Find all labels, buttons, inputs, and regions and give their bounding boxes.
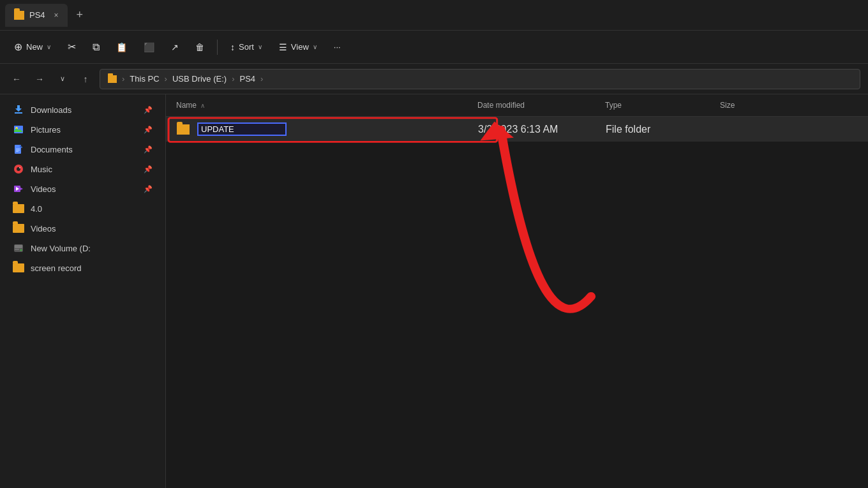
- toolbar-separator: [217, 40, 218, 55]
- delete-button[interactable]: 🗑: [189, 38, 211, 56]
- view-label: View: [291, 42, 309, 52]
- breadcrumb-usbdrive[interactable]: USB Drive (E:): [172, 74, 227, 84]
- folder-icon: [177, 124, 190, 135]
- svg-point-15: [20, 249, 22, 251]
- paste-icon: 📋: [116, 42, 127, 52]
- downloads-icon: [13, 104, 24, 115]
- folder-screenrecord-icon: [13, 262, 24, 274]
- sidebar-item-documents[interactable]: Documents 📌: [4, 140, 161, 159]
- copy-button[interactable]: ⧉: [86, 38, 106, 57]
- new-tab-button[interactable]: +: [70, 8, 90, 22]
- sidebar-item-downloads[interactable]: Downloads 📌: [4, 100, 161, 119]
- address-bar[interactable]: › This PC › USB Drive (E:) › PS4 ›: [100, 69, 860, 89]
- back-button[interactable]: ←: [8, 70, 26, 88]
- rename-input[interactable]: [197, 122, 287, 136]
- col-name-label: Name: [176, 101, 197, 110]
- rename-icon: ⬛: [144, 42, 154, 52]
- sort-icon: ↕: [230, 42, 235, 52]
- breadcrumb-ps4[interactable]: PS4: [240, 74, 256, 84]
- file-area-content: 3/2/2023 6:13 AM File folder: [166, 117, 868, 488]
- copy-icon: ⧉: [93, 41, 100, 53]
- svg-rect-0: [15, 112, 22, 114]
- new-icon: ⊕: [14, 41, 22, 53]
- folder-tab-icon: [14, 11, 24, 20]
- forward-button[interactable]: →: [31, 70, 49, 88]
- col-name-sort-arrow: ∧: [200, 102, 205, 109]
- ps4-tab[interactable]: PS4 ×: [5, 4, 68, 27]
- sort-button[interactable]: ↕ Sort ∨: [224, 38, 269, 56]
- more-button[interactable]: ···: [327, 38, 347, 55]
- breadcrumb-separator-0: ›: [122, 74, 124, 84]
- breadcrumb-thispc[interactable]: This PC: [130, 74, 159, 84]
- sidebar-item-newvolume[interactable]: New Volume (D:: [4, 239, 161, 258]
- sidebar-item-videos2[interactable]: Videos: [4, 219, 161, 238]
- more-label: ···: [334, 42, 341, 52]
- view-button[interactable]: ☰ View ∨: [273, 38, 324, 56]
- title-bar: PS4 × +: [0, 0, 868, 31]
- file-date-modified: 3/2/2023 6:13 AM: [478, 124, 558, 135]
- up-button[interactable]: ↑: [77, 70, 94, 88]
- col-header-name[interactable]: Name ∧: [166, 97, 472, 114]
- sort-label: Sort: [239, 42, 254, 52]
- col-size-label: Size: [720, 101, 735, 110]
- share-icon: ↗: [171, 42, 179, 52]
- svg-rect-4: [16, 149, 20, 149]
- sidebar-newvolume-label: New Volume (D:: [31, 244, 91, 253]
- cut-button[interactable]: ✂: [61, 37, 82, 57]
- music-pin-icon: 📌: [144, 165, 153, 174]
- sidebar-videos2-label: Videos: [31, 224, 56, 233]
- svg-rect-6: [16, 151, 19, 152]
- sidebar-documents-label: Documents: [31, 145, 73, 154]
- annotation-overlay: [166, 117, 868, 488]
- sidebar-item-music[interactable]: Music 📌: [4, 159, 161, 179]
- file-type-cell: File folder: [601, 120, 715, 139]
- pictures-pin-icon: 📌: [144, 126, 153, 134]
- file-type: File folder: [606, 124, 650, 135]
- documents-pin-icon: 📌: [144, 145, 153, 154]
- sidebar-item-screenrecord[interactable]: screen record: [4, 258, 161, 277]
- svg-marker-11: [20, 188, 23, 190]
- sidebar-videos1-label: Videos: [31, 184, 56, 194]
- pictures-icon: [13, 124, 24, 135]
- toolbar: ⊕ New ∨ ✂ ⧉ 📋 ⬛ ↗ 🗑 ↕ Sort ∨ ☰ View ∨ ··…: [0, 31, 868, 64]
- table-row[interactable]: 3/2/2023 6:13 AM File folder: [166, 117, 868, 142]
- col-header-size[interactable]: Size: [715, 97, 868, 114]
- breadcrumb-sep-1: ›: [165, 74, 167, 84]
- drive-icon: [13, 242, 24, 254]
- main-content: Downloads 📌 Pictures 📌: [0, 94, 868, 488]
- sidebar-music-label: Music: [31, 165, 52, 174]
- cut-icon: ✂: [68, 41, 76, 53]
- nav-bar: ← → ∨ ↑ › This PC › USB Drive (E:) › PS4…: [0, 64, 868, 94]
- sidebar-item-40[interactable]: 4.0: [4, 199, 161, 218]
- videos-icon: [13, 183, 24, 195]
- file-date-cell: 3/2/2023 6:13 AM: [473, 120, 601, 139]
- breadcrumb-sep-2: ›: [232, 74, 234, 84]
- new-label: New: [26, 42, 43, 52]
- svg-point-9: [19, 167, 20, 168]
- sidebar-40-label: 4.0: [31, 204, 42, 214]
- new-button[interactable]: ⊕ New ∨: [8, 37, 57, 57]
- view-icon: ☰: [279, 42, 287, 52]
- sidebar-item-videos1[interactable]: Videos 📌: [4, 179, 161, 198]
- col-date-label: Date modified: [477, 101, 525, 110]
- documents-icon: [13, 144, 24, 155]
- svg-rect-5: [16, 150, 20, 151]
- new-chevron: ∨: [47, 43, 51, 50]
- sidebar-screenrecord-label: screen record: [31, 263, 81, 273]
- col-type-label: Type: [605, 101, 622, 110]
- tab-area: PS4 × +: [5, 0, 89, 30]
- tab-close-button[interactable]: ×: [54, 11, 59, 20]
- svg-rect-14: [15, 245, 22, 248]
- paste-button[interactable]: 📋: [110, 38, 133, 56]
- sidebar-pictures-label: Pictures: [31, 125, 61, 135]
- sidebar-downloads-label: Downloads: [31, 105, 71, 115]
- tab-title: PS4: [29, 10, 45, 20]
- sidebar: Downloads 📌 Pictures 📌: [0, 94, 166, 488]
- rename-button[interactable]: ⬛: [137, 38, 161, 56]
- col-header-type[interactable]: Type: [600, 97, 715, 114]
- share-button[interactable]: ↗: [165, 38, 185, 56]
- recent-button[interactable]: ∨: [54, 70, 71, 88]
- delete-icon: 🗑: [195, 42, 204, 52]
- sidebar-item-pictures[interactable]: Pictures 📌: [4, 120, 161, 139]
- col-header-date[interactable]: Date modified: [472, 97, 600, 114]
